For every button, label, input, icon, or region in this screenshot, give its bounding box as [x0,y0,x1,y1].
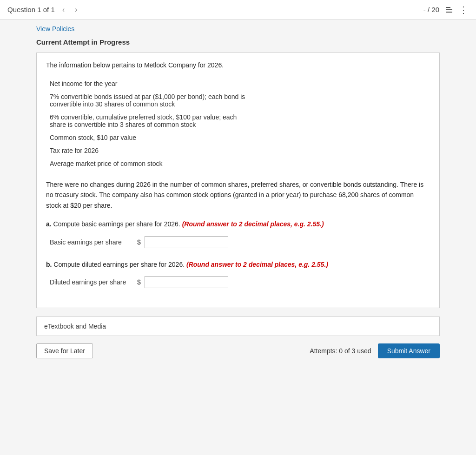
part-b-round-note: (Round answer to 2 decimal places, e.g. … [186,261,328,268]
view-policies-link[interactable]: View Policies [36,25,74,33]
bottom-right: Attempts: 0 of 3 used Submit Answer [310,343,440,358]
table-cell: Net income for the year [46,77,257,90]
bottom-bar: Save for Later Attempts: 0 of 3 used Sub… [36,341,440,361]
top-bar-right: - / 20 ⋮ [423,4,469,15]
question-box: The information below pertains to Metloc… [36,53,440,308]
main-content: View Policies Current Attempt in Progres… [29,20,447,367]
submit-answer-button[interactable]: Submit Answer [378,343,440,358]
part-a-round-note: (Round answer to 2 decimal places, e.g. … [182,220,324,228]
paragraph-text: There were no changes during 2026 in the… [46,179,430,211]
table-row: Average market price of common stock [46,157,430,170]
basic-eps-input[interactable] [145,236,228,248]
part-b-label: b. Compute diluted earnings per share fo… [46,259,430,270]
attempts-label: Attempts: 0 of 3 used [310,347,371,355]
part-b-dollar-sign: $ [137,278,141,286]
table-row: 7% convertible bonds issued at par ($1,0… [46,90,430,111]
table-cell: Average market price of common stock [46,157,257,170]
table-row: Common stock, $10 par value [46,131,430,144]
score-label: - / 20 [423,6,439,13]
question-intro: The information below pertains to Metloc… [46,61,430,69]
part-a-label: a. Compute basic earnings per share for … [46,219,430,229]
question-label: Question 1 of 1 [7,6,55,13]
top-bar: Question 1 of 1 ‹ › - / 20 ⋮ [0,0,476,20]
prev-arrow[interactable]: ‹ [60,5,67,15]
current-attempt-heading: Current Attempt in Progress [36,38,440,46]
diluted-eps-input[interactable] [145,276,228,288]
part-a-dollar-sign: $ [137,238,141,246]
list-icon[interactable] [446,7,452,13]
table-cell: 7% convertible bonds issued at par ($1,0… [46,90,257,111]
table-row: Tax rate for 2026 [46,144,430,157]
table-cell [257,131,430,144]
part-a-bold-label: a. [46,220,52,228]
top-bar-left: Question 1 of 1 ‹ › [7,5,80,15]
table-cell [257,144,430,157]
part-a-text: Compute basic earnings per share for 202… [53,220,180,228]
table-row: 6% convertible, cumulative preferred sto… [46,111,430,131]
part-b-answer-row: Diluted earnings per share $ [46,276,430,288]
table-cell: 6% convertible, cumulative preferred sto… [46,111,257,131]
diluted-eps-label: Diluted earnings per share [50,278,133,286]
table-cell [257,111,430,131]
table-cell: Tax rate for 2026 [46,144,257,157]
more-options-icon[interactable]: ⋮ [459,4,469,15]
table-cell [257,157,430,170]
table-cell [257,90,430,111]
data-table: Net income for the year 7% convertible b… [46,77,430,170]
save-for-later-button[interactable]: Save for Later [36,343,93,358]
part-a-answer-row: Basic earnings per share $ [46,236,430,248]
etextbook-bar[interactable]: eTextbook and Media [36,317,440,336]
table-cell: Common stock, $10 par value [46,131,257,144]
part-b-text: Compute diluted earnings per share for 2… [53,261,185,268]
part-b-bold-label: b. [46,261,52,268]
next-arrow[interactable]: › [72,5,80,15]
table-cell [257,77,430,90]
basic-eps-label: Basic earnings per share [50,238,133,246]
etextbook-label: eTextbook and Media [44,323,106,330]
table-row: Net income for the year [46,77,430,90]
